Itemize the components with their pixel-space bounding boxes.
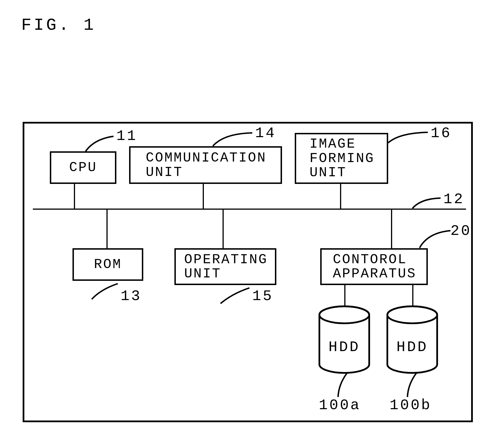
comm-conn xyxy=(203,184,204,209)
ref-12: 12 xyxy=(443,191,464,208)
leader-20 xyxy=(419,228,453,250)
operating-conn xyxy=(223,209,224,248)
control-text: CONTOROL APPARATUS xyxy=(333,252,416,281)
ref-14: 14 xyxy=(255,125,276,142)
leader-12 xyxy=(412,196,443,210)
control-block: CONTOROL APPARATUS xyxy=(320,248,428,285)
diagram-frame: CPU COMMUNICATION UNIT IMAGE FORMING UNI… xyxy=(23,122,473,422)
hdd-b-cylinder: HDD xyxy=(385,305,439,376)
leader-15 xyxy=(218,285,252,305)
image-conn xyxy=(340,184,341,209)
cpu-conn xyxy=(74,184,75,209)
rom-conn xyxy=(106,209,108,248)
hdd-b-text: HDD xyxy=(385,339,439,356)
ref-16: 16 xyxy=(431,125,452,142)
figure-label: FIG. 1 xyxy=(21,16,96,35)
hdd-a-cylinder: HDD xyxy=(317,305,371,376)
ref-13: 13 xyxy=(121,288,142,305)
leader-16 xyxy=(388,130,431,144)
operating-block: OPERATING UNIT xyxy=(174,248,276,285)
ref-20: 20 xyxy=(450,223,471,239)
rom-block: ROM xyxy=(72,248,143,281)
image-text: IMAGE FORMING UNIT xyxy=(309,137,375,180)
comm-text: COMMUNICATION UNIT xyxy=(146,151,266,179)
ref-100a: 100a xyxy=(319,397,361,414)
leader-13 xyxy=(89,281,121,301)
leader-100a xyxy=(336,373,350,398)
control-conn xyxy=(391,209,392,248)
leader-11 xyxy=(85,133,116,153)
ref-15: 15 xyxy=(252,288,273,305)
cpu-block: CPU xyxy=(50,151,116,184)
rom-text: ROM xyxy=(94,257,122,271)
image-block: IMAGE FORMING UNIT xyxy=(295,133,388,184)
bus-line xyxy=(33,209,466,210)
operating-text: OPERATING UNIT xyxy=(184,252,268,281)
leader-100b xyxy=(405,373,419,398)
ref-11: 11 xyxy=(116,128,137,145)
hdd-a-text: HDD xyxy=(317,339,371,356)
ref-100b: 100b xyxy=(390,397,432,414)
comm-block: COMMUNICATION UNIT xyxy=(129,146,282,184)
cpu-text: CPU xyxy=(69,160,97,175)
leader-14 xyxy=(213,131,255,148)
